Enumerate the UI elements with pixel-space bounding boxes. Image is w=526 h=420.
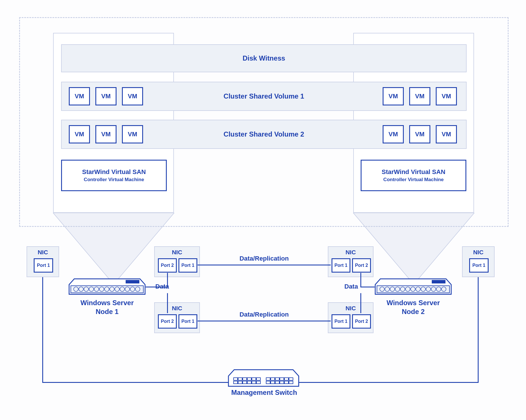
csv2-vm-group-left: VM VM VM	[69, 125, 143, 143]
port1-box: Port 1	[332, 258, 350, 273]
svg-rect-20	[432, 280, 445, 283]
link-rowA	[198, 265, 331, 265]
csv1-vm-group-left: VM VM VM	[69, 87, 143, 105]
nic-label: NIC	[346, 305, 356, 311]
vsan2-title: StarWind Virtual SAN	[382, 168, 445, 176]
port1-box: Port 1	[178, 314, 197, 329]
svg-rect-4	[126, 280, 139, 283]
data-label-left: Data	[155, 283, 169, 290]
nic-mgmt-left: NIC Port 1	[27, 246, 59, 277]
disk-witness-label: Disk Witness	[242, 54, 285, 62]
vm-box: VM	[436, 125, 457, 143]
server-icon-2	[375, 278, 452, 295]
nic-label: NIC	[38, 249, 48, 255]
port1-box: Port 1	[332, 314, 350, 329]
port2-box: Port 2	[158, 258, 177, 273]
link-right-data-h	[360, 287, 375, 287]
vsan1-sub: Controller Virtual Machine	[84, 177, 144, 183]
mgmt-left-h	[42, 382, 231, 383]
port2-box: Port 2	[352, 314, 371, 329]
csv2-label: Cluster Shared Volume 2	[224, 130, 304, 138]
switch-icon	[228, 369, 299, 387]
nic-label: NIC	[172, 305, 182, 311]
diagram-canvas: Disk Witness Cluster Shared Volume 1 VM …	[0, 0, 526, 420]
link-right-data-bot	[360, 293, 361, 313]
vm-box: VM	[122, 87, 143, 105]
link-rowB	[198, 321, 331, 321]
vm-box: VM	[383, 125, 404, 143]
nic-left-b: NIC Port 2 Port 1	[154, 302, 200, 333]
vm-box: VM	[95, 87, 117, 105]
port1-box: Port 1	[469, 258, 489, 273]
csv1-label: Cluster Shared Volume 1	[224, 92, 304, 100]
nic-left-a: NIC Port 2 Port 1	[154, 246, 200, 277]
server2-label: Windows Server Node 2	[383, 298, 443, 316]
replication-label-b: Data/Replication	[226, 311, 303, 318]
link-left-data-bot	[167, 293, 168, 313]
disk-witness-bar: Disk Witness	[61, 44, 467, 72]
nic-right-b: NIC Port 1 Port 2	[328, 302, 374, 333]
port1-box: Port 1	[178, 258, 197, 273]
vm-box: VM	[409, 87, 430, 105]
vm-box: VM	[95, 125, 117, 143]
csv1-vm-group-right: VM VM VM	[383, 87, 457, 105]
nic-label: NIC	[346, 249, 356, 255]
vm-box: VM	[69, 87, 90, 105]
vsan-controller-2: StarWind Virtual SAN Controller Virtual …	[361, 160, 466, 191]
vsan2-sub: Controller Virtual Machine	[383, 177, 443, 183]
nic-label: NIC	[473, 249, 483, 255]
vm-box: VM	[436, 87, 457, 105]
server-icon-1	[69, 278, 146, 295]
mgmt-right-h	[296, 382, 479, 383]
vm-box: VM	[383, 87, 404, 105]
nic-label: NIC	[172, 249, 182, 255]
switch-label: Management Switch	[226, 389, 303, 397]
vsan1-title: StarWind Virtual SAN	[82, 168, 146, 176]
data-label-right: Data	[344, 283, 358, 290]
nic-right-a: NIC Port 1 Port 2	[328, 246, 374, 277]
port2-box: Port 2	[158, 314, 177, 329]
replication-label-a: Data/Replication	[226, 255, 303, 262]
mgmt-right-v	[478, 277, 479, 383]
port2-box: Port 2	[352, 258, 371, 273]
server1-label: Windows Server Node 1	[77, 298, 137, 316]
mgmt-left-v	[42, 277, 43, 383]
link-right-data-top	[360, 273, 361, 287]
port1-box: Port 1	[34, 258, 53, 273]
nic-mgmt-right: NIC Port 1	[462, 246, 495, 277]
vm-box: VM	[122, 125, 143, 143]
vm-box: VM	[409, 125, 430, 143]
vm-box: VM	[69, 125, 90, 143]
csv2-vm-group-right: VM VM VM	[383, 125, 457, 143]
vsan-controller-1: StarWind Virtual SAN Controller Virtual …	[61, 160, 167, 191]
